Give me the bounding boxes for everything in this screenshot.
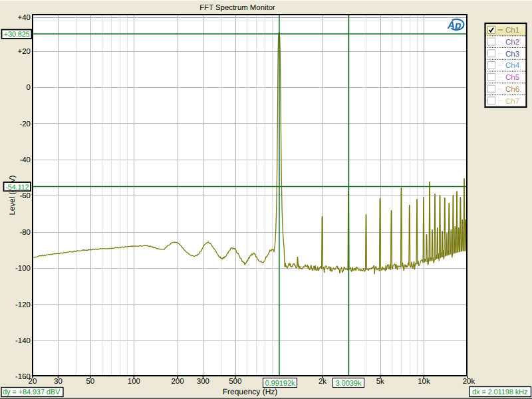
svg-text:-60: -60 [19,192,31,200]
svg-text:Ch1: Ch1 [505,27,519,35]
svg-text:dx = 2.01198 kHz: dx = 2.01198 kHz [472,388,528,396]
svg-text:-54.112: -54.112 [5,184,29,192]
svg-text:+20: +20 [17,48,31,56]
svg-text:300: 300 [197,378,209,386]
svg-text:FFT Spectrum Monitor: FFT Spectrum Monitor [200,4,275,12]
svg-text:Ap: Ap [447,20,462,31]
svg-text:Ch4: Ch4 [505,62,520,70]
svg-text:+40: +40 [17,14,31,22]
svg-text:-80: -80 [19,229,31,237]
svg-text:50: 50 [86,378,94,386]
svg-text:2k: 2k [319,378,327,386]
svg-text:+30.825: +30.825 [4,31,30,39]
svg-text:Ch3: Ch3 [505,51,519,59]
svg-text:30: 30 [54,378,63,386]
svg-text:-20: -20 [19,120,31,128]
svg-text:Frequency (Hz): Frequency (Hz) [223,387,278,396]
svg-text:-140: -140 [15,337,31,345]
svg-text:Ch6: Ch6 [505,86,519,94]
svg-text:500: 500 [229,378,241,386]
svg-text:Level (dBV): Level (dBV) [9,175,17,215]
svg-text:-100: -100 [15,265,31,273]
svg-text:3.0039k: 3.0039k [336,380,362,388]
svg-text:-40: -40 [19,156,31,164]
svg-text:-120: -120 [15,301,31,309]
svg-text:10k: 10k [418,378,430,386]
svg-text:0: 0 [27,84,31,92]
svg-text:5k: 5k [376,378,384,386]
svg-text:20: 20 [29,378,37,386]
svg-text:Ch2: Ch2 [505,39,519,47]
svg-text:20k: 20k [463,378,475,386]
svg-text:100: 100 [128,378,140,386]
svg-text:200: 200 [171,378,184,386]
svg-text:dy = +84.937 dBV: dy = +84.937 dBV [3,388,61,396]
svg-text:Ch7: Ch7 [505,98,519,106]
svg-text:Ch5: Ch5 [505,74,519,82]
